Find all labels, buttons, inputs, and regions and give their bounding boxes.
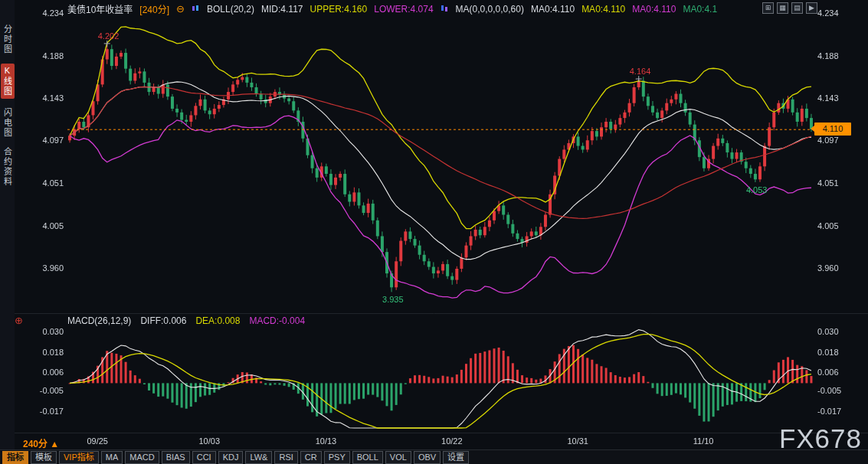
price-annotation: 4.164: [630, 67, 651, 76]
ma0-value-2: MA0:4.110: [581, 4, 625, 15]
date-tick-label: 10/03: [198, 436, 220, 446]
price-axis-label: 4.188: [42, 51, 64, 60]
price-axis-label: 3.960: [42, 263, 64, 273]
ma-indicator-icon: [441, 5, 449, 13]
macd-axis-label: -0.017: [40, 407, 64, 416]
macd-axis-label: 0.018: [42, 348, 64, 357]
price-axis-label: 4.005: [817, 221, 839, 230]
price-axis-right: 4.2344.1884.1434.0974.0514.0053.9600.030…: [815, 0, 868, 464]
price-axis-label: 3.960: [817, 263, 839, 273]
ma0-value-4: MA0:4.1: [683, 4, 717, 15]
price-axis-label: 4.143: [42, 93, 64, 103]
chart-type-sidebar: 分时图K线图闪电图合约资料: [0, 0, 15, 464]
time-axis: 240分 ▲ 09/2510/0310/1310/2210/3111/10: [0, 433, 868, 449]
macd-axis-label: 0.030: [42, 327, 64, 336]
price-axis-label: 4.097: [42, 136, 64, 145]
price-axis-label: 4.051: [817, 178, 839, 188]
boll-lower-value: LOWER:4.074: [374, 4, 433, 15]
macd-macd-value: MACD:-0.004: [249, 315, 305, 326]
boll-upper-value: UPPER:4.160: [310, 4, 367, 15]
macd-axis-label: -0.005: [817, 386, 841, 395]
toolbar-tab-KDJ[interactable]: KDJ: [218, 451, 244, 464]
date-tick-label: 10/31: [567, 436, 588, 446]
macd-axis-label: 0.030: [817, 327, 839, 336]
macd-axis-label: 0.006: [817, 368, 839, 377]
macd-dea-value: DEA:0.008: [195, 315, 240, 326]
price-axis-label: 4.234: [817, 8, 839, 18]
macd-axis-label: 0.018: [817, 348, 839, 357]
price-axis-label: 4.097: [817, 136, 839, 145]
boll-indicator-icon: [192, 5, 200, 13]
sidebar-item-chart[interactable]: 闪电图: [2, 108, 14, 138]
toolbar-tab-指标[interactable]: 指标: [2, 451, 28, 464]
ma0-value-3: MA0:4.110: [632, 4, 676, 15]
boll-label: BOLL(20,2): [207, 4, 254, 15]
sidebar-item-active[interactable]: K线图: [1, 64, 15, 99]
sidebar-item-chart[interactable]: 合约资料: [2, 147, 14, 187]
macd-axis-label: -0.017: [817, 407, 841, 416]
toolbar-tab-模板[interactable]: 模板: [31, 451, 57, 464]
symbol-title: 美债10年收益率: [67, 2, 133, 15]
price-axis-label: 4.005: [42, 221, 64, 230]
date-tick-label: 09/25: [87, 436, 108, 446]
macd-axis-label: -0.005: [40, 386, 64, 395]
current-price-badge: 4.110: [814, 123, 851, 136]
window-layout-icons: ⊞▦▤▶: [762, 2, 817, 14]
indicator-panel-toggle-icon[interactable]: ⊕: [15, 315, 23, 326]
toolbar-tab-LW&[interactable]: LW&: [245, 451, 272, 464]
boll-mid-value: MID:4.117: [261, 4, 303, 15]
macd-label: MACD(26,12,9): [67, 315, 131, 326]
price-annotation: 4.202: [98, 31, 120, 41]
toolbar-tab-VIP指标[interactable]: VIP指标: [59, 451, 99, 464]
price-axis-label: 4.234: [42, 8, 64, 18]
tile-windows-icon[interactable]: ▦: [777, 2, 788, 14]
ma0-value-1: MA0:4.110: [531, 4, 575, 15]
sidebar-item-chart[interactable]: 分时图: [2, 25, 14, 54]
macd-axis-label: 0.006: [42, 368, 64, 377]
price-axis-label: 4.188: [817, 51, 839, 60]
period-tag[interactable]: [240分]: [139, 2, 169, 15]
indicator-toolbar: 指标模板VIP指标MAMACDBIASCCIKDJLW&RSICRPSYBOLL…: [0, 449, 868, 464]
toolbar-tab-OBV[interactable]: OBV: [414, 451, 441, 464]
toolbar-tab-RSI[interactable]: RSI: [274, 451, 297, 464]
price-axis-label: 4.143: [817, 93, 839, 103]
price-annotation: 4.053: [746, 185, 768, 194]
toolbar-tab-PSY[interactable]: PSY: [324, 451, 350, 464]
date-tick-label: 10/13: [316, 436, 337, 446]
toolbar-tab-BOLL[interactable]: BOLL: [352, 451, 383, 464]
forward-icon[interactable]: ▶: [806, 2, 817, 14]
toolbar-tab-BIAS[interactable]: BIAS: [162, 451, 190, 464]
macd-header: MACD(26,12,9) DIFF:0.006 DEA:0.008 MACD:…: [67, 315, 305, 326]
toolbar-tab-VOL[interactable]: VOL: [385, 451, 411, 464]
date-tick-label: 11/10: [693, 436, 714, 446]
list-layout-icon[interactable]: ▤: [791, 2, 803, 14]
candlestick-chart-canvas[interactable]: [0, 0, 868, 464]
toolbar-tab-MACD[interactable]: MACD: [125, 451, 159, 464]
macd-diff-value: DIFF:0.006: [140, 315, 186, 326]
toolbar-tab-CCI[interactable]: CCI: [192, 451, 216, 464]
price-axis-label: 4.051: [42, 178, 64, 188]
toolbar-tab-MA[interactable]: MA: [101, 451, 123, 464]
period-selector[interactable]: 240分 ▲: [23, 436, 59, 449]
brand-watermark: FX678: [779, 423, 862, 454]
ma-label: MA(0,0,0,0,0,60): [456, 4, 524, 15]
date-tick-label: 10/22: [441, 436, 463, 446]
chart-header: 美债10年收益率 [240分] ⊖ BOLL(20,2) MID:4.117 U…: [67, 2, 717, 15]
toolbar-tab-CR[interactable]: CR: [300, 451, 322, 464]
toolbar-tab-设置[interactable]: 设置: [443, 451, 469, 464]
price-annotation: 3.935: [382, 295, 404, 304]
add-window-icon[interactable]: ⊞: [762, 2, 774, 14]
zoom-out-icon[interactable]: ⊖: [176, 4, 185, 14]
